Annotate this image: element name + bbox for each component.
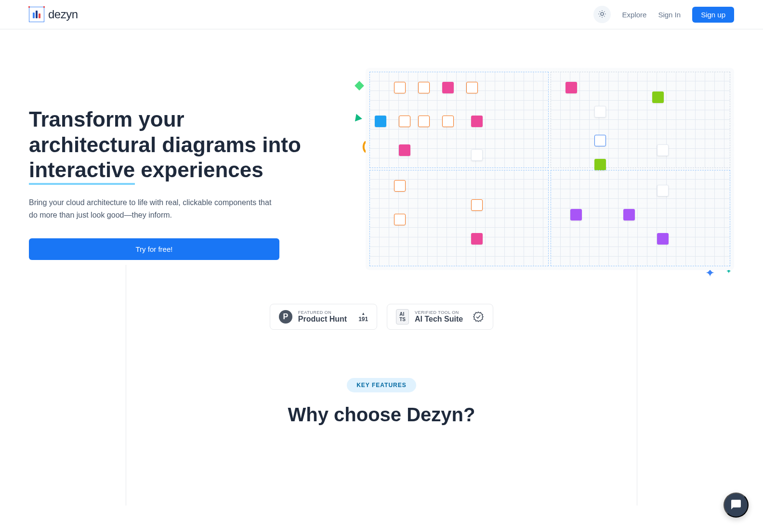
hero-section: Transform your architectural diagrams in…	[0, 29, 763, 289]
ph-name: Product Hunt	[298, 315, 347, 324]
triangle-icon	[353, 113, 362, 122]
upvote-icon: ▲	[361, 311, 365, 316]
svg-line-7	[599, 16, 600, 16]
nav-explore-link[interactable]: Explore	[622, 11, 647, 19]
aits-name: AI Tech Suite	[415, 315, 463, 324]
product-hunt-badge[interactable]: P FEATURED ON Product Hunt ▲ 191	[270, 304, 377, 330]
svg-line-4	[604, 16, 605, 16]
signup-button[interactable]: Sign up	[692, 7, 734, 23]
nav-right: Explore Sign In Sign up	[593, 6, 734, 23]
aits-verified-label: Verified Tool on	[415, 310, 463, 315]
svg-line-8	[604, 11, 605, 12]
divider-left	[126, 265, 126, 445]
badges-section: P FEATURED ON Product Hunt ▲ 191 AITS Ve…	[0, 289, 763, 359]
divider-right	[637, 265, 637, 445]
header: dezyn Explore Sign In Sign up	[0, 0, 763, 29]
hero-title-highlight: interactive	[29, 157, 135, 185]
theme-toggle-button[interactable]	[593, 6, 611, 23]
product-hunt-icon: P	[279, 310, 292, 324]
svg-line-3	[599, 11, 600, 12]
aits-icon: AITS	[396, 309, 409, 324]
hero-title: Transform your architectural diagrams in…	[29, 107, 346, 185]
hero-title-line1: Transform your	[29, 107, 184, 131]
try-free-button[interactable]: Try for free!	[29, 238, 279, 260]
logo[interactable]: dezyn	[29, 7, 78, 22]
ph-featured-label: FEATURED ON	[298, 310, 347, 315]
ph-count: 191	[358, 316, 368, 323]
hero-subtitle: Bring your cloud architecture to life wi…	[29, 196, 279, 221]
features-section: KEY FEATURES Why choose Dezyn?	[0, 359, 763, 445]
ai-tech-suite-badge[interactable]: AITS Verified Tool on AI Tech Suite	[387, 304, 493, 330]
hero-diagram-area: ✦ ✦	[366, 68, 734, 270]
logo-icon	[29, 7, 44, 22]
diamond-icon	[355, 81, 364, 91]
sun-icon	[598, 10, 606, 20]
features-title: Why choose Dezyn?	[0, 404, 763, 426]
hero-content: Transform your architectural diagrams in…	[29, 78, 346, 260]
svg-point-0	[601, 13, 604, 15]
hero-title-line2: architectural diagrams into	[29, 133, 301, 156]
key-features-pill: KEY FEATURES	[347, 378, 416, 392]
nav-signin-link[interactable]: Sign In	[658, 11, 681, 19]
architecture-diagram-preview	[366, 68, 734, 270]
hero-title-after: experiences	[135, 158, 263, 182]
verified-check-icon	[473, 311, 484, 323]
logo-text: dezyn	[48, 8, 78, 21]
